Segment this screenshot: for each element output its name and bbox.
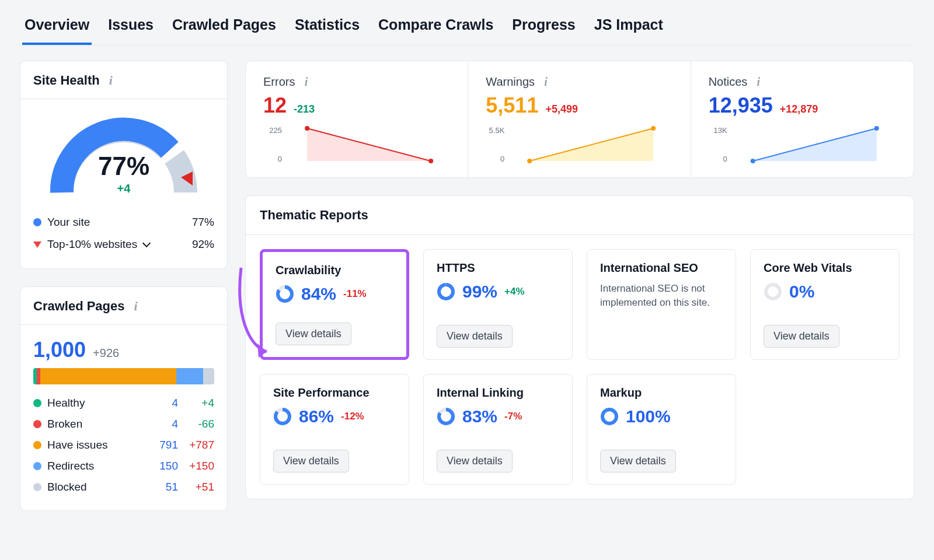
view-details-button[interactable]: View details [273,450,349,473]
cp-value: 4 [144,418,178,430]
list-item[interactable]: Blocked 51 +51 [33,477,214,498]
errors-value: 12 [263,93,287,118]
crawled-pages-total[interactable]: 1,000 [33,338,86,362]
list-item[interactable]: Redirects 150 +150 [33,456,214,477]
notices-label: Notices [709,75,748,89]
dot-icon [33,399,41,407]
progress-ring-icon [437,282,455,301]
site-health-percent: 77% [48,152,200,181]
progress-ring-icon [764,282,782,301]
report-core-web-vitals[interactable]: Core Web Vitals 0% View details [750,249,900,360]
report-title: Core Web Vitals [764,261,886,275]
crawled-pages-card: Crawled Pages i 1,000 +926 Healthy 4 +4 [20,286,228,511]
cp-label: Broken [47,418,82,430]
svg-point-3 [305,126,309,131]
report-message: International SEO is not implemented on … [600,282,723,310]
crawled-pages-bar [33,368,214,384]
dot-icon [33,483,41,491]
triangle-down-icon [33,242,41,248]
svg-point-18 [766,285,780,299]
cp-delta: +51 [178,481,214,494]
legend-your-site-pct: 77% [192,216,214,229]
warnings-sparkline [510,126,672,163]
cp-value: 791 [144,439,178,452]
cp-value: 4 [144,397,178,410]
site-health-card: Site Health i [20,61,228,269]
list-item[interactable]: Broken 4 -66 [33,414,214,435]
cp-label: Have issues [47,439,108,452]
warnings-stat[interactable]: Warningsi 5,511+5,499 5.5K0 [468,61,691,177]
list-item[interactable]: Have issues 791 +787 [33,435,214,456]
progress-ring-icon [437,407,455,426]
y-min: 0 [263,155,282,163]
view-details-button[interactable]: View details [437,325,513,348]
svg-point-4 [428,159,433,163]
report-pct: 84% [301,284,336,304]
svg-point-12 [874,126,879,131]
info-icon[interactable]: i [753,77,764,88]
warnings-label: Warnings [486,75,535,89]
errors-stat[interactable]: Errorsi 12-213 2250 [246,61,468,177]
svg-point-8 [651,126,656,131]
notices-value: 12,935 [709,93,773,118]
tab-crawled-pages[interactable]: Crawled Pages [170,13,278,45]
report-title: Markup [600,386,723,400]
report-title: International SEO [600,261,723,275]
view-details-button[interactable]: View details [764,325,839,348]
y-min: 0 [486,155,504,163]
tab-progress[interactable]: Progress [510,13,577,45]
cp-delta: -66 [178,418,214,430]
cp-label: Healthy [47,397,85,410]
report-site-performance[interactable]: Site Performance 86% -12% View details [260,374,409,485]
info-icon[interactable]: i [106,75,116,86]
legend-top10-label[interactable]: Top-10% websites [47,238,149,251]
report-international-seo[interactable]: International SEO International SEO is n… [587,249,736,360]
info-icon[interactable]: i [301,77,311,88]
legend-your-site-label: Your site [47,216,90,229]
progress-ring-icon [273,407,292,426]
chevron-down-icon [142,239,151,247]
tab-js-impact[interactable]: JS Impact [592,13,665,45]
notices-stat[interactable]: Noticesi 12,935+12,879 13K0 [691,61,914,177]
report-delta: -12% [341,411,364,422]
dot-icon [33,420,41,428]
svg-point-7 [527,159,532,163]
report-title: HTTPS [437,261,559,275]
tab-issues[interactable]: Issues [106,13,156,45]
list-item[interactable]: Healthy 4 +4 [33,393,214,414]
report-pct: 0% [789,282,814,302]
info-icon[interactable]: i [541,77,551,88]
view-details-button[interactable]: View details [600,450,676,473]
y-min: 0 [709,155,727,163]
thematic-reports-card: Thematic Reports Crawlability [245,195,914,499]
report-crawlability[interactable]: Crawlability 84% -11% View details [260,249,409,360]
report-https[interactable]: HTTPS 99% +4% View details [423,249,573,360]
cp-delta: +150 [178,460,214,473]
report-markup[interactable]: Markup 100% View details [587,374,736,485]
tab-compare-crawls[interactable]: Compare Crawls [376,13,496,45]
report-internal-linking[interactable]: Internal Linking 83% -7% View details [423,374,573,485]
report-title: Crawlability [276,264,393,277]
crawled-pages-title: Crawled Pages [33,299,125,314]
tab-overview[interactable]: Overview [22,13,92,45]
dot-icon [33,441,41,449]
view-details-button[interactable]: View details [276,323,351,345]
errors-delta: -213 [294,103,315,116]
thematic-title: Thematic Reports [246,196,914,235]
legend-top10-text: Top-10% websites [47,238,137,250]
cp-delta: +4 [178,397,214,410]
y-max: 5.5K [486,126,504,135]
info-icon[interactable]: i [131,301,141,312]
progress-ring-icon [276,285,294,303]
errors-label: Errors [263,75,295,89]
y-max: 13K [709,126,727,135]
report-pct: 83% [462,407,497,426]
summary-stats: Errorsi 12-213 2250 Warningsi 5,511+5,49… [245,61,914,178]
view-details-button[interactable]: View details [437,450,513,473]
report-title: Internal Linking [437,386,559,400]
report-pct: 99% [462,282,497,302]
errors-sparkline [288,126,450,163]
notices-delta: +12,879 [780,103,818,116]
cp-value: 51 [144,481,178,494]
tab-statistics[interactable]: Statistics [292,13,362,45]
